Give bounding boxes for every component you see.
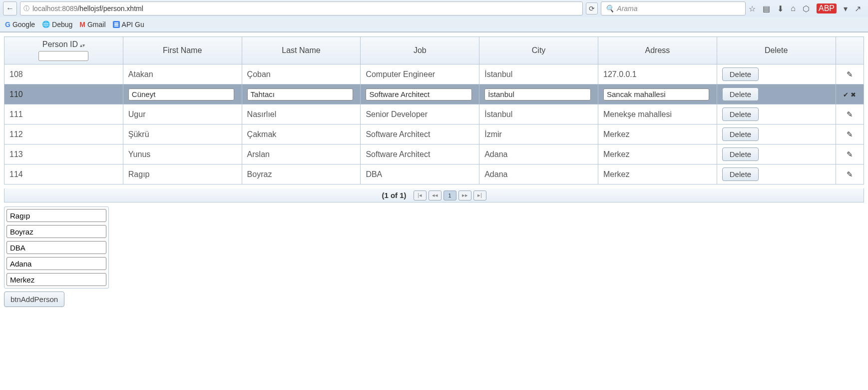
form-last-input[interactable]: [6, 225, 106, 238]
header-job[interactable]: Job: [361, 37, 479, 64]
cell-first: Ugur: [123, 104, 242, 124]
bookmark-api-gu[interactable]: API Gu: [113, 20, 144, 28]
delete-button[interactable]: Delete: [722, 108, 759, 121]
bookmark-gmail[interactable]: M Gmail: [79, 20, 105, 28]
form-address-input[interactable]: [6, 273, 106, 286]
cell-first: Ragıp: [123, 164, 242, 184]
edit-address-input[interactable]: [603, 88, 709, 100]
header-label: Person ID: [42, 40, 78, 48]
delete-button[interactable]: Delete: [722, 68, 759, 81]
cell-city: [479, 84, 598, 104]
edit-icon[interactable]: ✎: [847, 70, 853, 78]
cell-delete: Delete: [717, 64, 836, 84]
edit-icon[interactable]: ✎: [847, 130, 853, 138]
bookmark-label: Gmail: [87, 20, 106, 28]
header-label: Adress: [645, 46, 670, 54]
cell-delete: Delete: [717, 144, 836, 164]
share-icon[interactable]: ↗: [855, 4, 861, 14]
header-delete: Delete: [717, 37, 836, 64]
add-person-button[interactable]: btnAddPerson: [4, 292, 64, 307]
edit-icon[interactable]: ✎: [847, 170, 853, 178]
bookmark-google[interactable]: G Google: [5, 20, 35, 28]
edit-city-input[interactable]: [484, 88, 590, 100]
cell-edit: ✎: [836, 144, 864, 164]
cell-city: Adana: [479, 144, 598, 164]
delete-button[interactable]: Delete: [722, 128, 759, 141]
header-first-name[interactable]: First Name: [123, 37, 242, 64]
library-icon[interactable]: ▤: [763, 4, 770, 14]
edit-job-input[interactable]: [366, 88, 471, 100]
cell-delete: Delete: [717, 104, 836, 124]
edit-last-input[interactable]: [247, 88, 353, 100]
cell-job: Senior Developer: [361, 104, 479, 124]
download-icon[interactable]: ⬇: [777, 4, 784, 14]
paginator: (1 of 1) |◂ ◂◂ 1 ▸▸ ▸|: [4, 188, 864, 202]
person-table: Person ID▴▾ First Name Last Name Job Cit…: [4, 36, 864, 184]
table-row: 113YunusArslanSoftware ArchitectAdanaMer…: [4, 144, 864, 164]
edit-first-input[interactable]: [128, 88, 234, 100]
edit-icon[interactable]: ✎: [847, 110, 853, 118]
cell-city: İstanbul: [479, 64, 598, 84]
header-label: Job: [414, 46, 427, 54]
header-address[interactable]: Adress: [598, 37, 717, 64]
dropdown-icon[interactable]: ▾: [844, 4, 848, 14]
paginator-page-current[interactable]: 1: [443, 190, 456, 200]
paginator-first[interactable]: |◂: [414, 190, 427, 200]
header-last-name[interactable]: Last Name: [242, 37, 361, 64]
browser-chrome: ← ⓘ localhost:8089/hellojsf/person.xhtml…: [0, 0, 868, 32]
cell-city: İzmir: [479, 124, 598, 144]
cell-first: Şükrü: [123, 124, 242, 144]
back-button[interactable]: ←: [3, 2, 17, 16]
cell-id: 110: [4, 84, 123, 104]
cell-address: 127.0.0.1: [598, 64, 717, 84]
cell-delete: Delete: [717, 84, 836, 104]
paginator-prev[interactable]: ◂◂: [429, 190, 441, 200]
paginator-last[interactable]: ▸|: [473, 190, 486, 200]
abp-icon[interactable]: ABP: [817, 4, 837, 14]
form-job-input[interactable]: [6, 241, 106, 254]
pocket-icon[interactable]: ⬡: [803, 4, 810, 14]
form-city-input[interactable]: [6, 257, 106, 270]
delete-button[interactable]: Delete: [722, 148, 759, 161]
delete-button[interactable]: Delete: [722, 88, 759, 101]
confirm-icon[interactable]: ✔: [842, 91, 850, 98]
header-person-id[interactable]: Person ID▴▾: [4, 37, 123, 64]
sort-icon[interactable]: ▴▾: [80, 42, 85, 48]
delete-button[interactable]: Delete: [722, 168, 759, 181]
form-first-input[interactable]: [6, 209, 106, 222]
bookmark-label: API Gu: [122, 20, 144, 28]
cell-address: Merkez: [598, 124, 717, 144]
cell-edit: ✎: [836, 164, 864, 184]
reload-button[interactable]: ⟳: [586, 2, 598, 14]
cancel-icon[interactable]: ✖: [850, 91, 857, 98]
header-label: Last Name: [282, 46, 320, 54]
doc-icon: [113, 21, 120, 28]
home-icon[interactable]: ⌂: [791, 4, 796, 13]
cell-last: Çoban: [242, 64, 361, 84]
table-row: 110Delete✔✖: [4, 84, 864, 104]
cell-id: 108: [4, 64, 123, 84]
cell-first: Yunus: [123, 144, 242, 164]
google-icon: G: [5, 20, 10, 28]
cell-last: Arslan: [242, 144, 361, 164]
header-edit: [836, 37, 864, 64]
header-city[interactable]: City: [479, 37, 598, 64]
bookmark-debug[interactable]: 🌐 Debug: [42, 20, 72, 28]
filter-id-input[interactable]: [38, 51, 88, 61]
paginator-next[interactable]: ▸▸: [458, 190, 471, 200]
cell-edit: ✎: [836, 104, 864, 124]
cell-job: Software Architect: [361, 144, 479, 164]
url-path: /hellojsf/person.xhtml: [77, 4, 143, 12]
search-field[interactable]: 🔍 Arama: [601, 2, 746, 16]
cell-id: 112: [4, 124, 123, 144]
cell-job: Software Architect: [361, 124, 479, 144]
cell-address: [598, 84, 717, 104]
edit-icon[interactable]: ✎: [847, 150, 853, 158]
star-icon[interactable]: ☆: [749, 4, 756, 14]
add-person-form: [4, 206, 109, 288]
url-field[interactable]: ⓘ localhost:8089/hellojsf/person.xhtml: [20, 2, 583, 16]
paginator-info: (1 of 1): [382, 191, 406, 200]
cell-delete: Delete: [717, 124, 836, 144]
cell-id: 114: [4, 164, 123, 184]
cell-edit: ✎: [836, 64, 864, 84]
